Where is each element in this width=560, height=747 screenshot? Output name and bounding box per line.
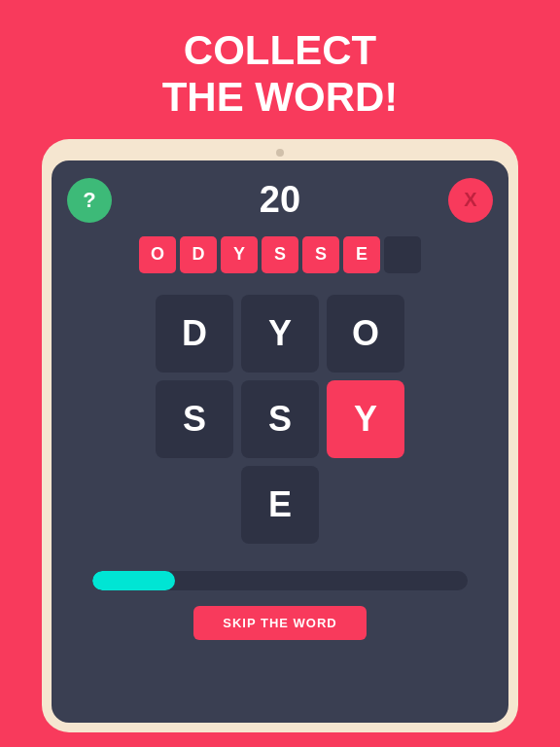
progress-bar-fill	[92, 571, 175, 590]
word-letter-s1: S	[262, 236, 298, 273]
grid-cell-y1[interactable]: Y	[241, 295, 319, 373]
word-letter-blank	[384, 236, 421, 273]
tablet-screen: ? 20 X O D Y S S E D Y O S S Y	[52, 160, 508, 723]
grid-cell-y2[interactable]: Y	[327, 380, 404, 458]
main-title: COLLECT THE WORD!	[162, 27, 399, 122]
grid-cell-empty-1	[156, 466, 233, 544]
grid-cell-empty-2	[327, 466, 404, 544]
help-button[interactable]: ?	[67, 178, 112, 223]
word-letter-d: D	[180, 236, 217, 273]
grid-cell-s2[interactable]: S	[241, 380, 319, 458]
word-display: O D Y S S E	[139, 236, 421, 273]
skip-word-button[interactable]: SKIP THE WORD	[193, 606, 367, 640]
header-row: ? 20 X	[67, 178, 493, 223]
close-button[interactable]: X	[448, 178, 493, 223]
grid-cell-s1[interactable]: S	[156, 380, 233, 458]
tablet-frame: ? 20 X O D Y S S E D Y O S S Y	[42, 139, 518, 732]
grid-cell-e[interactable]: E	[241, 466, 319, 544]
grid-cell-o[interactable]: O	[327, 295, 404, 373]
word-letter-y: Y	[221, 236, 258, 273]
word-letter-s2: S	[302, 236, 339, 273]
score-display: 20	[260, 179, 300, 221]
progress-bar-container	[92, 571, 467, 590]
word-letter-o: O	[139, 236, 176, 273]
grid-cell-d[interactable]: D	[156, 295, 233, 373]
tablet-camera	[276, 149, 284, 157]
word-letter-e: E	[343, 236, 380, 273]
letter-grid: D Y O S S Y E	[156, 295, 404, 544]
